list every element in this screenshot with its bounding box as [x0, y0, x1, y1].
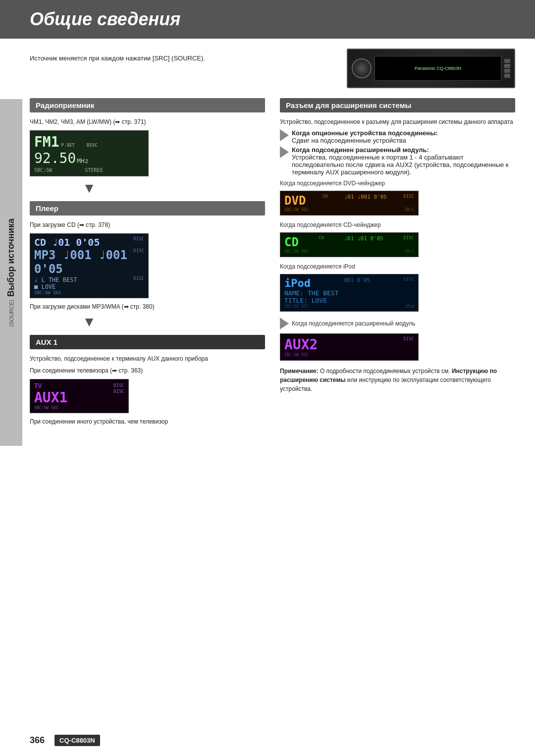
dvd-sub: Когда подсоединяется DVD-чейнджер DVD CH… — [280, 180, 515, 216]
model-badge: CQ-C8803N — [54, 735, 100, 746]
cd-display: CD ♩01 0'05 DISC MP3 ♩001 ♩001 0'05 DISC… — [30, 233, 149, 298]
main-content: Источник меняется при каждом нажатии [SR… — [0, 39, 535, 451]
aux2-row2: SBC:SW S03 — [284, 353, 414, 357]
cdc-chc: CH-C — [405, 249, 414, 254]
col-left: Радиоприемник ЧМ1, ЧМ2, ЧМ3, AM (LW/MW) … — [30, 98, 265, 429]
radio-display: FM1 P.SET DISC 92.50 MHz SBC:SW STEREO — [30, 130, 149, 176]
fm-label: FM1 — [34, 134, 59, 150]
cd-disc3: DISC — [133, 276, 144, 281]
sidebar-main-label: Выбор источника — [6, 218, 17, 297]
dvd-sbc: SBC:SW S03 — [284, 208, 308, 212]
cd-line1: CD ♩01 0'05 — [34, 236, 100, 248]
dvd-disc: DISC — [403, 194, 414, 208]
aux-header: AUX 1 — [30, 335, 265, 349]
ipod-ipod: iPod — [405, 304, 414, 309]
expansion-header: Разъем для расширения системы — [280, 98, 515, 112]
module-row: Когда подсоединен расширенный модуль: Ус… — [280, 146, 515, 176]
tv-text: При соединении телевизора (➡ стр. 363) — [30, 366, 265, 375]
aux2-row1: AUX2 DISC — [284, 336, 414, 353]
sbc-label: SBC:SW — [34, 167, 52, 173]
dvd-row2: SBC:SW S03 CH-C — [284, 208, 414, 212]
page-title: Общие сведения — [30, 9, 515, 30]
cdc-sbc: SBC:SW S03 — [284, 249, 308, 254]
aux-section: AUX 1 Устройство, подсоединенное к терми… — [30, 335, 265, 426]
two-col-layout: Радиоприемник ЧМ1, ЧМ2, ЧМ3, AM (LW/MW) … — [30, 98, 515, 429]
device-btn-3 — [504, 69, 510, 73]
aux-title: AUX1 — [34, 389, 67, 406]
dvd-title: DVD — [284, 194, 306, 208]
aux2-label-row: Когда подсоединяется расширенный модуль — [280, 318, 515, 329]
dvd-track1: ♩01 ♩001 0'05 — [344, 194, 387, 208]
option-row: Когда опционные устройства подсоединены:… — [280, 129, 515, 144]
tv-disc2: DISC — [113, 389, 124, 394]
option-text-block: Когда опционные устройства подсоединены:… — [292, 129, 438, 144]
device-screen: Panasonic CQ-C8803N — [374, 56, 501, 81]
device-btn-1 — [504, 59, 510, 63]
arrow-down-player: ▼ — [30, 314, 149, 330]
other-text: При соединении иного устройства, чем тел… — [30, 417, 265, 426]
cd-changer-sub: Когда подсоединяется CD-чейнджер CD CH ♩… — [280, 221, 515, 257]
ipod-sub: Когда подсоединяется iPod iPod 001 0'05 … — [280, 263, 515, 312]
cd-line3: ♩ L THE BEST DISC — [34, 276, 144, 283]
cd-disc1: DISC — [133, 236, 144, 248]
cd-line2-row: MP3 ♩001 ♩001 0'05 DISC — [34, 248, 144, 276]
device-knob — [352, 58, 372, 78]
dvd-chc: CH-C — [405, 208, 414, 212]
cd-changer-display: CD CH ♩01 ♩01 0'05 DISC SBC:SW S03 CH-C — [280, 232, 419, 257]
triangle-icon-2 — [280, 146, 289, 158]
player-section: Плеер При загрузке CD (➡ стр. 378) CD ♩0… — [30, 201, 265, 330]
note-body: О подробности подсоединяемых устройств с… — [320, 368, 452, 375]
tv-content: TV AUX1 — [34, 382, 67, 406]
top-description: Источник меняется при каждом нажатии [SR… — [30, 54, 205, 62]
tv-disc-col: DISC DISC — [113, 382, 124, 394]
dvd-label: Когда подсоединяется DVD-чейнджер — [280, 180, 515, 187]
module-text: Устройства, подсоединенные к портам 1 - … — [292, 154, 509, 176]
pset-label: P.SET — [61, 143, 75, 148]
module-text-block: Когда подсоединен расширенный модуль: Ус… — [292, 146, 515, 176]
cdc-row2: SBC:SW S03 CH-C — [284, 249, 414, 254]
ipod-title-line: TITLE: LOVE — [284, 297, 414, 304]
col-right: Разъем для расширения системы Устройство… — [280, 98, 515, 429]
mp3-text: При загрузке дисками MP3/WMA (➡ стр. 380… — [30, 302, 265, 311]
disc-label: DISC — [87, 143, 98, 148]
tv-display: TV AUX1 DISC DISC SBC:SW S03 — [30, 379, 129, 413]
ipod-sbc: SBC:SW S03 — [284, 304, 308, 309]
freq-row: 92.50 MHz — [34, 150, 144, 166]
page-header: Общие сведения — [0, 0, 535, 39]
aux-body: Устройство, подсоединенное к терминалу A… — [30, 354, 265, 363]
radio-body: ЧМ1, ЧМ2, ЧМ3, AM (LW/MW) (➡ стр. 371) — [30, 117, 265, 126]
ipod-row2: SBC:SW S03 iPod — [284, 304, 414, 309]
cd-line2: MP3 ♩001 ♩001 0'05 — [34, 248, 133, 276]
sidebar-sub-label: (SOURCE) — [8, 300, 14, 326]
ipod-track: 001 0'05 — [344, 277, 370, 289]
sidebar: Выбор источника (SOURCE) — [0, 99, 22, 446]
mhz-label: MHz — [77, 157, 88, 164]
tv-display-inner: TV AUX1 DISC DISC — [34, 382, 124, 406]
freq-value: 92.50 — [34, 150, 76, 166]
dvd-display: DVD CH ♩01 ♩001 0'05 DISC SBC:SW S03 CH-… — [280, 191, 419, 216]
aux2-label: Когда подсоединяется расширенный модуль — [292, 320, 416, 327]
cdc-ch: CH — [319, 235, 324, 249]
radio-display-line1: FM1 P.SET DISC — [34, 134, 144, 150]
cdc-disc: DISC — [403, 235, 414, 249]
ipod-display: iPod 001 0'05 DISC NAME: THE BEST TITLE:… — [280, 274, 419, 312]
radio-display-line2: SBC:SW STEREO — [34, 167, 144, 173]
aux2-title: AUX2 — [284, 336, 318, 353]
triangle-icon-1 — [280, 129, 289, 141]
tv-sbc: SBC:SW S03 — [34, 406, 124, 410]
radio-header: Радиоприемник — [30, 98, 265, 112]
cd-disc2: DISC — [133, 248, 144, 276]
device-display: Panasonic CQ-C8803N — [348, 50, 514, 87]
stereo-label: STEREO — [85, 167, 103, 173]
arrow-down-radio: ▼ — [30, 180, 149, 196]
dvd-row1: DVD CH ♩01 ♩001 0'05 DISC — [284, 194, 414, 208]
ipod-disc: DISC — [403, 277, 414, 289]
device-btn-4 — [504, 74, 510, 78]
module-bold: Когда подсоединен расширенный модуль: — [292, 146, 429, 154]
page-number: 366 — [30, 735, 45, 746]
cdc-row1: CD CH ♩01 ♩01 0'05 DISC — [284, 235, 414, 249]
cd-text: При загрузке CD (➡ стр. 378) — [30, 220, 265, 229]
cdc-track: ♩01 ♩01 0'05 — [344, 235, 383, 249]
note-bold: Примечание: — [280, 368, 319, 375]
cdc-title: CD — [284, 235, 299, 249]
